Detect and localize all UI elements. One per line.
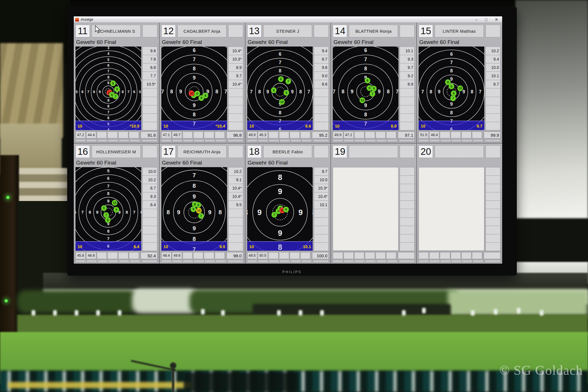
- window-titlebar[interactable]: Anzeige – □ ✕: [74, 16, 502, 23]
- lane-number[interactable]: 20: [419, 145, 433, 158]
- maximize-button[interactable]: □: [485, 17, 487, 22]
- shot-score-cell: 9.2: [400, 72, 415, 80]
- shot-score-cell: [486, 192, 500, 201]
- lane-number[interactable]: 16: [76, 145, 90, 158]
- shot-score-cell: [142, 242, 157, 251]
- shot-score-cell: [228, 209, 243, 217]
- ring-number: 6: [133, 90, 135, 94]
- shot-score-cell: 10.3*: [314, 184, 329, 192]
- shooter-name[interactable]: STEINER J: [263, 25, 312, 37]
- strip-cell: [97, 139, 108, 142]
- shot-score-cell: 10.1: [314, 200, 329, 209]
- shot-score-cell: [142, 217, 157, 226]
- strip-cell: [419, 260, 429, 262]
- shooter-name[interactable]: CADALBERT Anja: [177, 25, 227, 37]
- shot-marker: 7: [450, 95, 456, 101]
- lane-number[interactable]: 11: [76, 25, 90, 37]
- shooter-name[interactable]: [435, 145, 484, 158]
- strip-end-cell: [228, 139, 243, 142]
- shooter-name[interactable]: [349, 145, 398, 158]
- shot-marker: 7: [113, 93, 118, 99]
- ring-number: 8: [167, 209, 170, 215]
- shooter-name[interactable]: REICHMUTH Anja: [177, 145, 227, 158]
- window-title: Anzeige: [81, 18, 93, 22]
- series-sum-cell: [440, 132, 450, 138]
- machinery-dark-block: [184, 372, 299, 392]
- shot-score-cell: 8.8: [142, 63, 157, 72]
- lane-header: 15LINTER Mathias: [419, 25, 500, 37]
- grand-total-cell: [398, 252, 415, 259]
- shot-score-cell: 8.7: [142, 184, 157, 192]
- strip-cell: [205, 139, 215, 142]
- shot-marker-value: 7: [287, 80, 289, 83]
- close-button[interactable]: ✕: [495, 17, 498, 22]
- strip-cell: [291, 139, 301, 142]
- bar-ring-number: 7: [193, 246, 196, 251]
- header-spare-cell: [228, 145, 243, 158]
- microphone-stem: [172, 368, 174, 392]
- discipline-label: [419, 160, 500, 167]
- bar-ring-number: 7: [450, 118, 453, 123]
- series-totals-row: 49.550.5100.0: [247, 252, 329, 259]
- lane-panel-15: 15LINTER MathiasGewehr 60 Final999988887…: [417, 23, 502, 143]
- header-spare-cell: [228, 25, 243, 37]
- header-spare-cell: [486, 145, 500, 158]
- shot-score-column: 10.29.410.010.18.7: [486, 47, 500, 130]
- lane-number[interactable]: 19: [333, 145, 347, 158]
- series-sum-cell: [129, 132, 139, 138]
- distant-target-dot: [96, 310, 100, 316]
- ring-number: 9: [438, 89, 440, 94]
- shot-score-cell: [400, 167, 415, 176]
- lane-header: 13STEINER J: [247, 25, 329, 37]
- lane-number[interactable]: 15: [419, 25, 433, 37]
- ring-number: 8: [279, 110, 281, 115]
- shooter-name[interactable]: LINTER Mathias: [435, 25, 484, 37]
- shot-marker-value: 6: [196, 92, 198, 95]
- shot-marker-value: 6: [367, 79, 368, 82]
- lane-number[interactable]: 13: [247, 25, 262, 37]
- shot-marker-value: 10: [361, 99, 364, 102]
- shot-score-cell: [228, 122, 243, 130]
- lane-number[interactable]: 17: [161, 145, 176, 158]
- strip-cell: [280, 139, 290, 142]
- strip-cell: [86, 260, 97, 262]
- lane-number[interactable]: 14: [333, 25, 347, 37]
- ring-number: 7: [333, 89, 335, 94]
- series-sum-cell: [386, 252, 396, 259]
- ring-number: 7: [421, 89, 424, 94]
- header-spare-cell: [314, 25, 329, 37]
- bottom-strip: [333, 260, 415, 262]
- shooter-name[interactable]: BLATTNER Ronja: [349, 25, 398, 37]
- ring-number: 8: [107, 191, 109, 196]
- series-totals-row: 49.945.395.2: [247, 132, 329, 138]
- lane-number[interactable]: 18: [247, 145, 262, 158]
- distant-target-dot: [540, 310, 543, 316]
- shot-score-cell: [228, 113, 243, 122]
- strip-cell: [355, 139, 365, 142]
- series-sum-cell: [365, 252, 375, 259]
- ring-number: 6: [193, 47, 196, 53]
- bar-last-shot-value: 8.6: [305, 124, 311, 128]
- series-totals-row: 47.149.796.8: [161, 132, 243, 138]
- ring-number: 9: [96, 210, 98, 215]
- shot-marker: 10: [279, 99, 285, 105]
- shooter-name[interactable]: HOLLENWEGER M: [92, 145, 141, 158]
- series-sum-cell: 47.1: [161, 132, 171, 138]
- shot-marker: 7: [370, 91, 376, 97]
- series-sum-cell: [333, 252, 343, 259]
- ring-number: 7: [193, 57, 196, 62]
- shot-score-cell: [142, 105, 157, 114]
- lanes-grid: 11SCHNELLMANN SGewehr 60 Final9999888877…: [74, 23, 502, 264]
- strip-cell: [365, 139, 376, 142]
- ring-number: 5: [107, 169, 109, 173]
- target-card: 99998888777766897107108.9: [333, 47, 399, 130]
- shot-score-cell: [142, 97, 157, 105]
- shot-score-cell: [486, 184, 500, 192]
- series-sum-cell: [215, 132, 225, 138]
- lane-number[interactable]: 12: [161, 25, 176, 37]
- ring-number: 8: [193, 235, 196, 242]
- shooter-name[interactable]: BEERLE Fabio: [263, 145, 312, 158]
- shot-score-cell: [486, 234, 500, 243]
- shot-marker-value: 9: [192, 207, 194, 211]
- minimize-button[interactable]: –: [475, 17, 477, 22]
